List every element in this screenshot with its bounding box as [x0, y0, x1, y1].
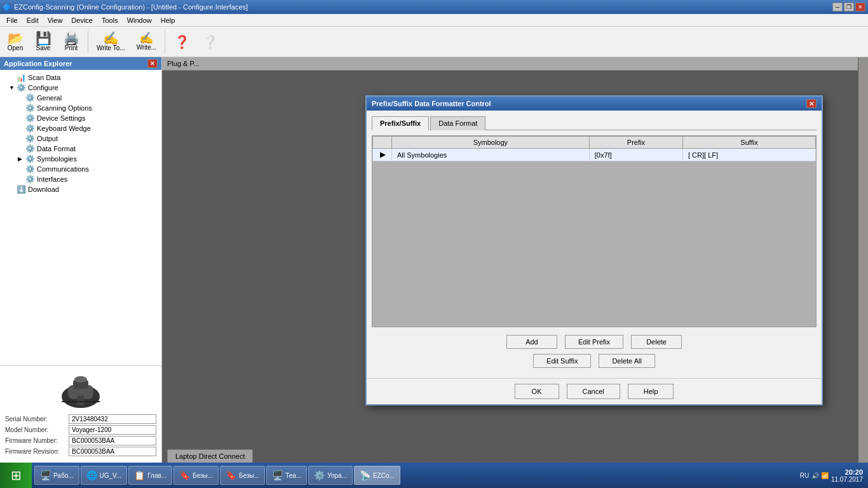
tree-scanning-options[interactable]: ⚙️ Scanning Options	[0, 103, 161, 113]
action-buttons-row1: Add Edit Prefix Delete	[372, 335, 817, 349]
toolbar-extra2[interactable]: ❔	[197, 34, 222, 50]
menu-edit[interactable]: Edit	[23, 16, 43, 25]
close-button[interactable]: ✕	[855, 3, 865, 11]
tree-download[interactable]: ⬇️ Download	[0, 184, 161, 194]
taskbar-icon-4: 🔖	[226, 470, 236, 480]
row-symbology: All Symbologies	[392, 149, 590, 161]
taskbar-time: 20:20	[831, 468, 863, 476]
tree-area[interactable]: 📊 Scan Data ▼ ⚙️ Configure ⚙️ General ⚙️…	[0, 70, 161, 365]
sidebar-close-btn[interactable]: ✕	[147, 59, 158, 68]
tree-symbologies[interactable]: ▶ ⚙️ Symbologies	[0, 154, 161, 164]
taskbar-label-3: Безы...	[193, 472, 213, 479]
serial-number-label: Serial Number:	[5, 416, 69, 423]
tree-keyboard-wedge[interactable]: ⚙️ Keyboard Wedge	[0, 123, 161, 133]
taskbar-icon-3: 🔖	[179, 470, 190, 480]
dialog-title-bar: Prefix/Suffix Data Formatter Control ✕	[367, 97, 822, 111]
tree-data-format[interactable]: ⚙️ Data Format	[0, 144, 161, 154]
taskbar-label-6: Упра...	[327, 472, 347, 479]
toolbar-separator-1	[88, 30, 88, 53]
open-icon: 📂	[8, 32, 24, 44]
dialog-close-button[interactable]: ✕	[806, 99, 817, 108]
title-bar-left: 🔷 EZConfig-Scanning (Online Configuratio…	[3, 3, 248, 11]
tree-configure[interactable]: ▼ ⚙️ Configure	[0, 83, 161, 93]
minimize-button[interactable]: ─	[832, 3, 843, 11]
cancel-button[interactable]: Cancel	[567, 384, 620, 399]
svg-rect-4	[77, 395, 85, 405]
toolbar-save[interactable]: 💾 Save	[31, 30, 56, 53]
toolbar-print[interactable]: 🖨️ Print	[58, 30, 84, 53]
menu-tools[interactable]: Tools	[98, 16, 122, 25]
tree-expand-configure: ▼	[9, 85, 15, 91]
taskbar: ⊞ 🖥️ Рабо... 🌐 UG_V... 📋 Глав... 🔖 Безы.…	[0, 463, 868, 488]
taskbar-icon-5: 🖥️	[272, 470, 283, 480]
tree-scan-data[interactable]: 📊 Scan Data	[0, 72, 161, 83]
edit-suffix-button[interactable]: Edit Suffix	[533, 354, 591, 368]
menu-bar: File Edit View Device Tools Window Help	[0, 14, 868, 27]
table-empty-area	[372, 161, 816, 327]
scanner-svg	[49, 371, 112, 409]
start-button[interactable]: ⊞	[0, 463, 32, 488]
delete-all-button[interactable]: Delete All	[599, 354, 654, 368]
tree-communications[interactable]: ⚙️ Communications	[0, 164, 161, 174]
toolbar-extra1[interactable]: ❓	[169, 34, 194, 50]
system-tray-icons: 🔊 📶	[811, 472, 829, 479]
col-suffix-header: Suffix	[682, 137, 815, 149]
tree-label-scanning-options: Scanning Options	[37, 104, 92, 112]
restore-button[interactable]: ❐	[844, 3, 854, 11]
interfaces-icon: ⚙️	[25, 175, 35, 184]
help-button[interactable]: Help	[628, 384, 674, 399]
add-button[interactable]: Add	[506, 335, 557, 349]
taskbar-item-7[interactable]: 📡 EZCo...	[354, 466, 400, 485]
row-arrow-icon: ▶	[380, 151, 385, 158]
tree-label-configure: Configure	[28, 84, 58, 92]
toolbar-open[interactable]: 📂 Open	[3, 30, 28, 53]
taskbar-item-5[interactable]: 🖥️ Теа...	[266, 466, 307, 485]
taskbar-clock[interactable]: 20:20 11.07.2017	[831, 468, 863, 483]
action-buttons-row2: Edit Suffix Delete All	[372, 354, 817, 368]
model-number-value: Voyager-1200	[69, 425, 156, 435]
menu-device[interactable]: Device	[67, 16, 97, 25]
taskbar-label-1: UG_V...	[100, 472, 122, 479]
communications-icon: ⚙️	[25, 165, 35, 173]
tree-general[interactable]: ⚙️ General	[0, 93, 161, 103]
tree-output[interactable]: ⚙️ Output	[0, 133, 161, 144]
firmware-number-row: Firmware Number: BC000053BAA	[5, 436, 156, 445]
toolbar-write-to[interactable]: ✍️ Write To...	[92, 30, 130, 53]
toolbar-write[interactable]: ✍️ Write...	[132, 30, 161, 53]
taskbar-label-7: EZCo...	[373, 472, 395, 479]
taskbar-date: 11.07.2017	[831, 476, 863, 483]
download-icon: ⬇️	[17, 185, 26, 194]
tree-label-interfaces: Interfaces	[37, 175, 67, 183]
ok-button[interactable]: OK	[515, 384, 559, 399]
serial-number-value: 2V13480432	[69, 414, 156, 424]
tab-data-format[interactable]: Data Format	[430, 116, 485, 130]
taskbar-item-2[interactable]: 📋 Глав...	[128, 466, 172, 485]
table-row[interactable]: ▶ All Symbologies [0x7f] [ CR][ LF]	[373, 149, 816, 161]
taskbar-item-4[interactable]: 🔖 Безы...	[220, 466, 265, 485]
menu-help[interactable]: Help	[157, 16, 179, 25]
dialog-title-text: Prefix/Suffix Data Formatter Control	[372, 100, 491, 107]
taskbar-item-3[interactable]: 🔖 Безы...	[173, 466, 219, 485]
tree-expand-symbologies: ▶	[18, 156, 24, 162]
write-to-label: Write To...	[97, 44, 125, 51]
taskbar-icon-6: ⚙️	[314, 470, 325, 480]
delete-button[interactable]: Delete	[631, 335, 682, 349]
general-icon: ⚙️	[25, 93, 35, 102]
tree-label-download: Download	[28, 186, 59, 193]
taskbar-item-0[interactable]: 🖥️ Рабо...	[34, 466, 79, 485]
tree-device-settings[interactable]: ⚙️ Device Settings	[0, 113, 161, 123]
taskbar-item-6[interactable]: ⚙️ Упра...	[308, 466, 353, 485]
tree-interfaces[interactable]: ⚙️ Interfaces	[0, 174, 161, 184]
firmware-number-value: BC000053BAA	[69, 436, 156, 445]
menu-file[interactable]: File	[3, 16, 22, 25]
tab-prefix-suffix[interactable]: Prefix/Suffix	[372, 116, 429, 130]
menu-view[interactable]: View	[44, 16, 67, 25]
model-number-label: Model Number:	[5, 426, 69, 433]
firmware-revision-value: BC000053BAA	[69, 447, 156, 456]
edit-prefix-button[interactable]: Edit Prefix	[565, 335, 623, 349]
sidebar-header: Application Explorer ✕	[0, 57, 161, 70]
serial-number-row: Serial Number: 2V13480432	[5, 414, 156, 424]
menu-window[interactable]: Window	[123, 16, 156, 25]
save-icon: 💾	[36, 32, 51, 44]
taskbar-item-1[interactable]: 🌐 UG_V...	[81, 466, 128, 485]
